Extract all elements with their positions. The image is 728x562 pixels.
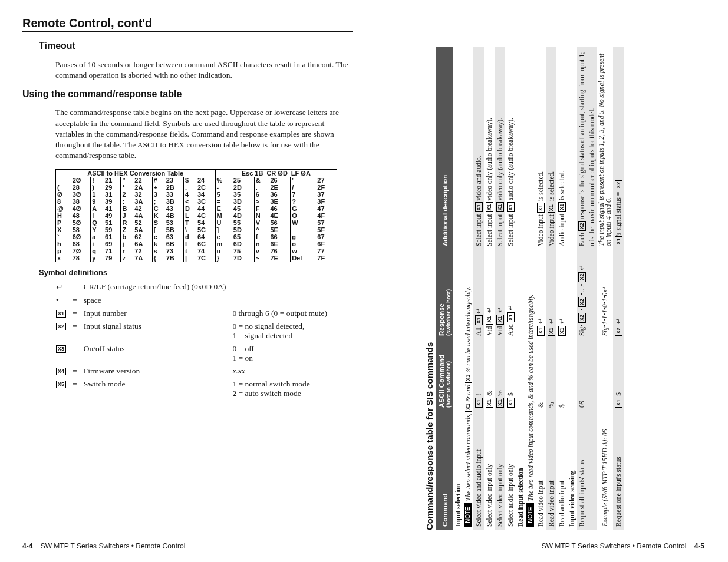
crt-title: Command/response table for SIS commands — [424, 47, 434, 530]
page-title: Remote Control, cont'd — [22, 16, 353, 32]
footer-left: 4-4 SW MTP T Series Switchers • Remote C… — [22, 542, 185, 550]
using-text: The command/response table begins on the… — [55, 107, 353, 161]
timeout-heading: Timeout — [39, 41, 353, 51]
footer-right: SW MTP T Series Switchers • Remote Contr… — [542, 542, 704, 550]
symbol-definitions-table: ↵=CR/LF (carriage return/line feed) (0x0… — [55, 279, 333, 401]
command-response-table: CommandASCII Command(host to switcher)Re… — [436, 47, 624, 530]
right-page: Command/response table for SIS commands … — [424, 47, 624, 530]
using-heading: Using the command/response table — [22, 89, 353, 100]
timeout-text: Pauses of 10 seconds or longer between c… — [55, 59, 353, 81]
left-page: Remote Control, cont'd Timeout Pauses of… — [22, 16, 353, 401]
ascii-hex-table: ASCII to HEX Conversion Table Esc 1BCR Ø… — [55, 169, 337, 262]
symbol-def-heading: Symbol definitions — [39, 268, 353, 277]
